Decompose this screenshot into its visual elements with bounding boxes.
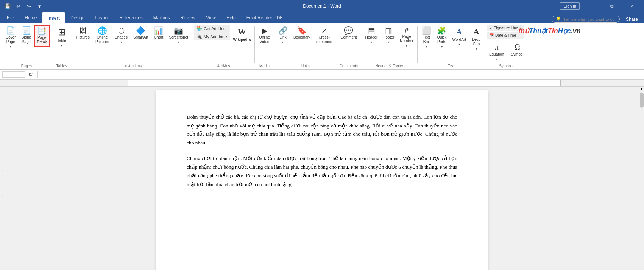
comments-buttons: 💬 Comment	[338, 25, 359, 63]
tab-help[interactable]: Help	[221, 12, 241, 23]
scroll-area[interactable]: Đoàn thuyền chở các bà, các chị từ chợ h…	[5, 87, 639, 270]
screenshot-button[interactable]: 📷 Screenshot ▾	[166, 25, 191, 46]
share-button[interactable]: Share	[623, 16, 641, 23]
tab-foxit[interactable]: Foxit Reader PDF	[241, 12, 288, 23]
table-icon: ⊞	[58, 27, 65, 38]
symbol-button[interactable]: Ω Symbol	[508, 40, 526, 63]
dropcap-icon: A	[473, 27, 479, 37]
shapes-arrow: ▾	[120, 40, 122, 44]
quick-parts-button[interactable]: 🧩 QuickParts ▾	[434, 25, 449, 51]
links-group: 🔗 Link ▾ 🔖 Bookmark ↗ Cross-reference Li…	[274, 25, 336, 69]
tab-review[interactable]: Review	[175, 12, 201, 23]
wikipedia-icon: W	[238, 27, 246, 37]
tab-mailings[interactable]: Mailings	[148, 12, 175, 23]
redo-button[interactable]: ↪	[24, 2, 33, 11]
quick-parts-label: QuickParts	[437, 35, 447, 44]
text-box-label: TextBox	[423, 35, 430, 44]
text-label: Text	[419, 63, 483, 69]
addins-btn-group: 🏪 Get Add-ins 🔌 My Add-ins ▾	[194, 25, 230, 40]
online-video-label: OnlineVideo	[259, 35, 270, 44]
tell-me-bar[interactable]: 💡 Tell me what you want to do	[552, 16, 620, 23]
pages-label: Pages	[3, 63, 50, 69]
signature-line-button[interactable]: ✒ Signature Line ▾	[487, 25, 524, 31]
symbol-label: Symbol	[511, 52, 523, 57]
blank-page-button[interactable]: 📃 BlankPage	[19, 25, 34, 46]
cover-page-icon: 📄	[6, 27, 16, 34]
bookmark-button[interactable]: 🔖 Bookmark	[291, 25, 313, 42]
table-button[interactable]: ⊞ Table ▾	[53, 25, 70, 49]
chart-button[interactable]: 📊 Chart	[151, 25, 166, 42]
close-button[interactable]: ✕	[624, 0, 641, 12]
addins-group: 🏪 Get Add-ins 🔌 My Add-ins ▾ W Wikipedia…	[192, 25, 255, 69]
formula-input[interactable]	[41, 72, 642, 77]
vertical-scrollbar[interactable]: ▲ ▼	[639, 87, 644, 270]
cover-page-arrow: ▾	[10, 45, 11, 49]
comments-group: 💬 Comment Comments	[336, 25, 361, 69]
screenshot-icon: 📷	[174, 27, 183, 34]
cover-page-button[interactable]: 📄 CoverPage ▾	[3, 25, 19, 51]
get-addins-button[interactable]: 🏪 Get Add-ins	[194, 25, 230, 33]
comment-label: Comment	[340, 35, 357, 40]
tables-buttons: ⊞ Table ▾	[53, 25, 70, 63]
tab-layout[interactable]: Layout	[90, 12, 114, 23]
header-arrow: ▾	[371, 40, 372, 44]
shapes-button[interactable]: ⬡ Shapes ▾	[112, 25, 130, 46]
tables-group: ⊞ Table ▾ Tables	[51, 25, 72, 69]
comments-label: Comments	[338, 63, 359, 69]
scroll-up-button[interactable]: ▲	[639, 87, 644, 92]
addins-buttons: 🏪 Get Add-ins 🔌 My Add-ins ▾ W Wikipedia	[194, 25, 253, 63]
text-box-button[interactable]: ⬜ TextBox ▾	[419, 25, 434, 51]
date-time-button[interactable]: 📅 Date & Time	[487, 32, 524, 39]
tab-design[interactable]: Design	[65, 12, 90, 23]
undo-button[interactable]: ↩	[14, 2, 23, 11]
scroll-thumb[interactable]	[640, 93, 644, 108]
header-button[interactable]: ▤ Header ▾	[363, 25, 380, 46]
link-button[interactable]: 🔗 Link ▾	[276, 25, 290, 46]
quick-parts-arrow: ▾	[441, 45, 443, 49]
illustrations-label: Illustrations	[73, 63, 191, 69]
sig-group: ✒ Signature Line ▾ 📅 Date & Time	[487, 25, 524, 39]
tab-insert[interactable]: Insert	[42, 12, 65, 24]
save-button[interactable]: 💾	[3, 2, 12, 11]
tab-references[interactable]: References	[114, 12, 148, 23]
media-buttons: ▶ OnlineVideo	[256, 25, 273, 63]
sign-in-button[interactable]: Sign in	[560, 2, 580, 10]
page-number-button[interactable]: # PageNumber ▾	[397, 25, 416, 50]
tab-view[interactable]: View	[201, 12, 221, 23]
online-pictures-button[interactable]: 🌐 OnlinePictures	[93, 25, 112, 46]
wordart-button[interactable]: A WordArt ▾	[449, 25, 469, 48]
cover-page-label: CoverPage	[6, 35, 16, 44]
cross-reference-button[interactable]: ↗ Cross-reference	[313, 25, 335, 46]
wordart-label: WordArt	[452, 37, 466, 42]
equation-button[interactable]: π Equation ▾	[487, 40, 507, 63]
wikipedia-button[interactable]: W Wikipedia	[230, 25, 253, 44]
tab-file[interactable]: File	[2, 12, 19, 23]
minimize-button[interactable]: —	[583, 0, 600, 12]
get-addins-icon: 🏪	[196, 26, 202, 31]
pictures-button[interactable]: 🖼 Pictures	[73, 25, 92, 42]
my-addins-button[interactable]: 🔌 My Add-ins ▾	[194, 33, 230, 40]
screenshot-label: Screenshot	[169, 35, 188, 40]
online-video-icon: ▶	[262, 27, 267, 34]
tab-home[interactable]: Home	[19, 12, 42, 23]
quick-access-toolbar: 💾 ↩ ↪ ▾	[3, 2, 44, 11]
main-area: · · · · · Đoàn thuyền chở các bà, các ch…	[0, 87, 644, 270]
online-pictures-icon: 🌐	[98, 27, 107, 34]
dropcap-button[interactable]: A DropCap ▾	[469, 25, 483, 53]
quick-parts-icon: 🧩	[437, 27, 446, 34]
online-video-button[interactable]: ▶ OnlineVideo	[256, 25, 273, 46]
cross-reference-icon: ↗	[321, 27, 327, 34]
smartart-button[interactable]: 🔷 SmartArt	[131, 25, 151, 42]
bookmark-label: Bookmark	[293, 35, 310, 40]
cell-reference-input[interactable]	[2, 71, 25, 78]
comment-button[interactable]: 💬 Comment	[338, 25, 359, 42]
restore-button[interactable]: ⧉	[603, 0, 621, 12]
page-break-button[interactable]: 📑 PageBreak	[34, 25, 50, 47]
margin-marks: · · · · ·	[0, 87, 5, 198]
smartart-icon: 🔷	[136, 27, 145, 34]
footer-button[interactable]: ▥ Footer ▾	[380, 25, 397, 46]
shapes-label: Shapes	[115, 35, 128, 40]
header-footer-group: ▤ Header ▾ ▥ Footer ▾ # PageNumber ▾ Hea…	[361, 25, 418, 69]
customize-qat-button[interactable]: ▾	[35, 2, 44, 11]
date-time-label: Date & Time	[495, 33, 516, 37]
